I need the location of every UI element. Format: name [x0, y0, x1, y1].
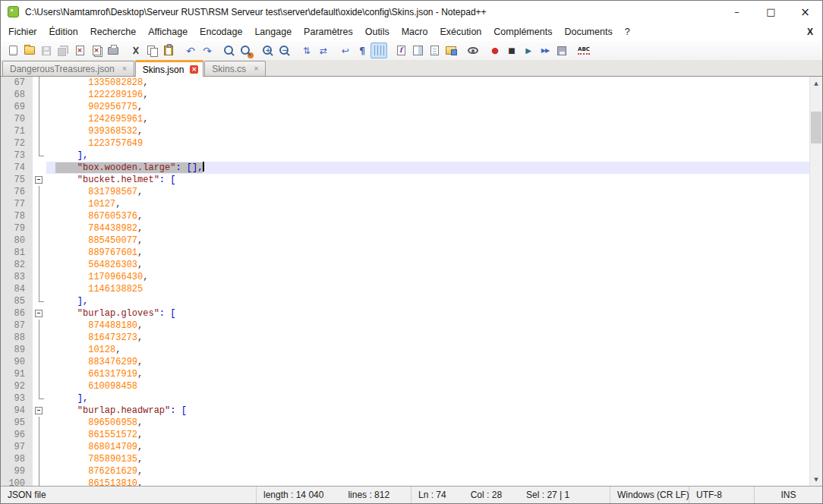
menu-item-11[interactable]: Documents	[558, 24, 618, 40]
monitoring-button[interactable]	[465, 43, 481, 58]
tab-close-icon[interactable]: ×	[252, 65, 260, 73]
line-number[interactable]: 74	[1, 162, 33, 174]
line-number[interactable]: 90	[1, 356, 33, 368]
record-macro-button[interactable]: ●	[487, 43, 503, 58]
code-text[interactable]: 10128,	[46, 344, 809, 356]
close-all-documents-button[interactable]: ×	[88, 43, 105, 58]
function-list-button[interactable]: f	[393, 43, 409, 58]
line-number[interactable]: 71	[1, 125, 33, 137]
line-number[interactable]: 68	[1, 89, 33, 101]
show-indent-guide-button[interactable]	[371, 43, 387, 58]
close-document-x-button[interactable]: X	[798, 24, 822, 39]
code-text[interactable]: ],	[46, 392, 809, 405]
menu-item-5[interactable]: Langage	[248, 24, 298, 40]
cut-button[interactable]	[127, 43, 143, 58]
scroll-down-arrow-icon[interactable]: ▼	[810, 473, 822, 486]
menu-item-8[interactable]: Macro	[396, 24, 434, 40]
line-number[interactable]: 86	[1, 307, 33, 320]
code-text[interactable]: 816473273,	[46, 332, 809, 344]
code-text[interactable]: 868014709,	[46, 441, 809, 453]
menu-item-4[interactable]: Encodage	[194, 24, 248, 40]
editor-lines[interactable]: 67 1335082828,68 1222289196,69 902956775…	[1, 77, 809, 486]
code-text[interactable]: 564826303,	[46, 259, 809, 271]
sync-horizontal-scrolling-button[interactable]: ⇄	[315, 43, 332, 58]
menu-item-7[interactable]: Outils	[359, 24, 396, 40]
menu-item-1[interactable]: Édition	[43, 24, 84, 40]
close-document-button[interactable]: ×	[71, 43, 88, 58]
code-text[interactable]: ],	[46, 150, 809, 162]
maximize-button[interactable]: □	[754, 1, 788, 23]
tab-skins-json[interactable]: Skins.json×	[135, 60, 204, 77]
scrollbar-thumb[interactable]	[811, 112, 821, 143]
code-text[interactable]: 831798567,	[46, 186, 809, 198]
redo-button[interactable]: ↷	[199, 43, 216, 58]
save-recorded-macro-button[interactable]	[553, 43, 570, 58]
stop-recording-button[interactable]: ■	[503, 43, 520, 58]
line-number[interactable]: 70	[1, 113, 33, 125]
line-number[interactable]: 96	[1, 429, 33, 441]
spell-check-button[interactable]: ABC	[575, 43, 592, 58]
zoom-in-button[interactable]: +	[260, 43, 276, 58]
scroll-up-arrow-icon[interactable]: ▲	[810, 77, 822, 90]
code-text[interactable]: 896506958,	[46, 417, 809, 429]
line-number[interactable]: 73	[1, 150, 33, 162]
line-number[interactable]: 91	[1, 368, 33, 380]
line-number[interactable]: 78	[1, 210, 33, 222]
line-number[interactable]: 94	[1, 405, 33, 417]
code-text[interactable]: "burlap.gloves": [	[46, 307, 809, 320]
code-text[interactable]: 785890135,	[46, 453, 809, 465]
undo-button[interactable]: ↶	[182, 43, 199, 58]
line-number[interactable]: 98	[1, 453, 33, 465]
line-number[interactable]: 77	[1, 198, 33, 210]
line-number[interactable]: 85	[1, 295, 33, 307]
word-wrap-button[interactable]: ↩	[337, 43, 354, 58]
menu-item-9[interactable]: Exécution	[434, 24, 487, 40]
code-text[interactable]: 10127,	[46, 198, 809, 210]
code-text[interactable]: 861551572,	[46, 429, 809, 441]
line-number[interactable]: 82	[1, 259, 33, 271]
code-text[interactable]: 1223757649	[46, 137, 809, 150]
fold-collapse-icon[interactable]	[35, 176, 43, 184]
paste-button[interactable]	[160, 43, 177, 58]
code-text[interactable]: "box.wooden.large": [],	[46, 162, 809, 174]
close-button[interactable]: ×	[788, 1, 822, 23]
menu-item-10[interactable]: Compléments	[487, 24, 558, 40]
menu-item-3[interactable]: Affichage	[142, 24, 194, 40]
save-all-button[interactable]	[55, 43, 71, 58]
line-number[interactable]: 95	[1, 417, 33, 429]
code-text[interactable]: 939368532,	[46, 125, 809, 137]
menu-item-6[interactable]: Paramètres	[298, 24, 359, 40]
tab-close-icon[interactable]: ×	[190, 65, 198, 74]
line-number[interactable]: 97	[1, 441, 33, 453]
code-text[interactable]: 1170966430,	[46, 271, 809, 283]
code-text[interactable]: "bucket.helmet": [	[46, 174, 809, 186]
titlebar[interactable]: C:\Users\Namtamrof\Desktop\Serveur RUST\…	[1, 1, 822, 23]
line-number[interactable]: 76	[1, 186, 33, 198]
fold-margin[interactable]	[33, 405, 46, 417]
line-number[interactable]: 67	[1, 77, 33, 89]
copy-button[interactable]	[143, 43, 160, 58]
code-text[interactable]: 883476299,	[46, 356, 809, 368]
document-map-button[interactable]	[409, 43, 426, 58]
code-text[interactable]: 1242695961,	[46, 113, 809, 125]
fold-collapse-icon[interactable]	[35, 310, 43, 317]
line-number[interactable]: 89	[1, 344, 33, 356]
new-file-button[interactable]	[5, 43, 21, 58]
line-number[interactable]: 100	[1, 477, 33, 486]
save-button[interactable]	[38, 43, 55, 58]
tab-close-icon[interactable]: ×	[121, 65, 129, 73]
line-number[interactable]: 83	[1, 271, 33, 283]
menu-item-2[interactable]: Recherche	[84, 24, 142, 40]
minimize-button[interactable]: –	[720, 1, 754, 23]
line-number[interactable]: 88	[1, 332, 33, 344]
code-text[interactable]: 610098458	[46, 380, 809, 392]
code-text[interactable]: 889767601,	[46, 247, 809, 259]
code-text[interactable]: 876261629,	[46, 465, 809, 477]
print-button[interactable]	[105, 43, 121, 58]
fold-collapse-icon[interactable]	[35, 407, 43, 414]
fold-margin[interactable]	[33, 307, 46, 320]
vertical-scrollbar[interactable]: ▲ ▼	[809, 77, 822, 486]
open-file-button[interactable]	[21, 43, 38, 58]
line-number[interactable]: 84	[1, 283, 33, 295]
play-macro-button[interactable]: ▶	[520, 43, 537, 58]
